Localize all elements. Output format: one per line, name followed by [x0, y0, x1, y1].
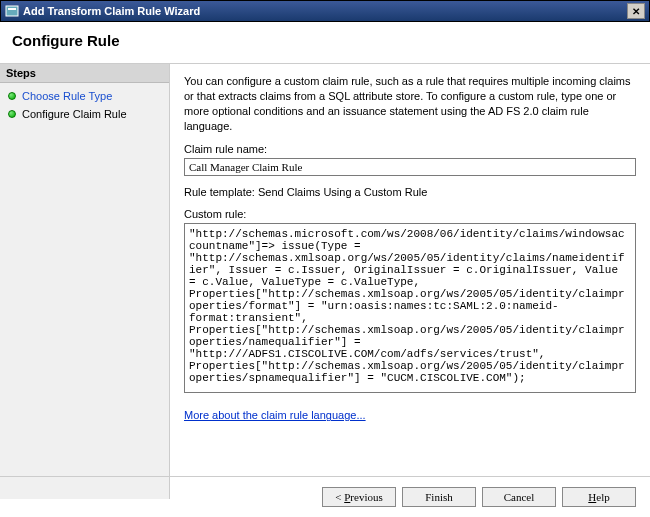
finish-button[interactable]: Finish: [402, 487, 476, 507]
wizard-steps-sidebar: Steps Choose Rule Type Configure Claim R…: [0, 64, 170, 499]
step-choose-rule-type[interactable]: Choose Rule Type: [0, 87, 169, 105]
rule-name-label: Claim rule name:: [184, 143, 636, 155]
custom-rule-label: Custom rule:: [184, 208, 636, 220]
cancel-button[interactable]: Cancel: [482, 487, 556, 507]
step-label: Configure Claim Rule: [22, 108, 127, 120]
step-label: Choose Rule Type: [22, 90, 112, 102]
window-icon: [5, 4, 19, 18]
main-panel: You can configure a custom claim rule, s…: [170, 64, 650, 499]
svg-rect-1: [8, 8, 16, 10]
steps-heading: Steps: [0, 64, 169, 83]
help-button[interactable]: Help: [562, 487, 636, 507]
rule-template-label: Rule template: Send Claims Using a Custo…: [184, 186, 636, 198]
claim-rule-language-link[interactable]: More about the claim rule language...: [184, 409, 366, 421]
svg-rect-0: [6, 6, 18, 16]
page-title: Configure Rule: [12, 32, 638, 49]
footer-separator: [0, 476, 650, 477]
close-button[interactable]: ✕: [627, 3, 645, 19]
step-bullet-icon: [8, 110, 16, 118]
step-bullet-icon: [8, 92, 16, 100]
description-text: You can configure a custom claim rule, s…: [184, 74, 636, 133]
page-header: Configure Rule: [0, 22, 650, 64]
custom-rule-textarea[interactable]: [184, 223, 636, 393]
rule-name-input[interactable]: [184, 158, 636, 176]
title-bar: Add Transform Claim Rule Wizard ✕: [0, 0, 650, 22]
button-bar: < Previous Finish Cancel Help: [322, 487, 636, 507]
window-title: Add Transform Claim Rule Wizard: [23, 5, 627, 17]
step-configure-claim-rule[interactable]: Configure Claim Rule: [0, 105, 169, 123]
previous-button[interactable]: < Previous: [322, 487, 396, 507]
